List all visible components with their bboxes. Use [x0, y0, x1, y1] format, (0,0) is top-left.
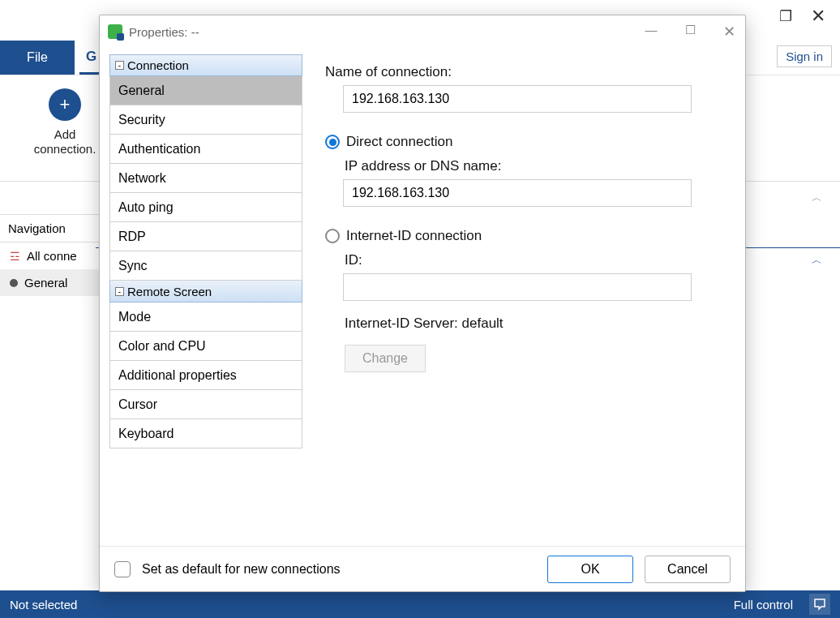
tree-item-cursor[interactable]: Cursor [109, 390, 302, 419]
app-icon [108, 24, 122, 39]
note-icon[interactable] [809, 594, 830, 615]
dialog-minimize-icon[interactable]: — [643, 23, 659, 41]
dialog-maximize-icon[interactable]: ☐ [682, 23, 698, 41]
dialog-titlebar[interactable]: Properties: -- — ☐ ✕ [100, 15, 745, 48]
main-restore-icon[interactable]: ❐ [774, 4, 798, 28]
tree-group-connection[interactable]: - Connection [109, 54, 302, 76]
main-close-icon[interactable]: ✕ [806, 4, 830, 28]
add-connection-label: Addconnection. [32, 127, 97, 157]
radio-on-icon [325, 135, 340, 149]
nav-item-label: All conne [27, 249, 77, 263]
file-menu-button[interactable]: File [0, 41, 75, 75]
status-selection: Not selected [10, 598, 77, 612]
radio-internetid[interactable]: Internet-ID connection [325, 228, 711, 244]
status-mode: Full control [734, 598, 793, 612]
tree-item-colorcpu[interactable]: Color and CPU [109, 332, 302, 361]
id-input[interactable] [343, 273, 692, 301]
tree-item-authentication[interactable]: Authentication [109, 135, 302, 164]
radio-direct[interactable]: Direct connection [325, 134, 711, 150]
server-label: Internet-ID Server: default [345, 315, 711, 332]
tree-group-remotescreen[interactable]: - Remote Screen [109, 281, 302, 303]
tree-item-network[interactable]: Network [109, 164, 302, 193]
expand-chevron-icon[interactable]: ︿ [812, 253, 822, 268]
change-button[interactable]: Change [345, 345, 426, 372]
tree-item-mode[interactable]: Mode [109, 303, 302, 332]
tree-item-rdp[interactable]: RDP [109, 222, 302, 251]
radio-label: Direct connection [346, 134, 452, 150]
cancel-button[interactable]: Cancel [645, 556, 731, 583]
tree-item-security[interactable]: Security [109, 105, 302, 135]
ok-button[interactable]: OK [547, 556, 633, 583]
list-icon: ☲ [10, 250, 20, 263]
id-label: ID: [345, 252, 711, 268]
add-connection-button[interactable]: + Addconnection. [32, 88, 97, 157]
connection-name-input[interactable] [343, 85, 692, 113]
collapse-chevron-icon[interactable]: ︿ [812, 191, 822, 205]
ip-input[interactable] [343, 179, 692, 207]
default-checkbox[interactable] [114, 561, 131, 577]
collapse-icon: - [115, 287, 124, 296]
nav-all-connections[interactable]: ☲ All conne [0, 242, 99, 269]
tree-item-sync[interactable]: Sync [109, 251, 302, 281]
navigation-header: Navigation [0, 215, 99, 242]
dot-icon [10, 279, 18, 287]
tree-item-general[interactable]: General [109, 76, 302, 105]
tree-group-label: Remote Screen [127, 285, 212, 298]
name-label: Name of connection: [325, 64, 711, 80]
sign-in-button[interactable]: Sign in [777, 45, 832, 67]
radio-off-icon [325, 229, 340, 243]
settings-tree: - Connection General Security Authentica… [109, 48, 302, 546]
ip-label: IP address or DNS name: [345, 158, 711, 174]
nav-item-label: General [24, 276, 67, 290]
dialog-title: Properties: -- [129, 25, 199, 39]
default-label: Set as default for new connections [142, 562, 341, 577]
dialog-close-icon[interactable]: ✕ [721, 23, 737, 41]
radio-label: Internet-ID connection [346, 228, 482, 244]
status-bar: Not selected Full control [0, 590, 840, 618]
tree-item-keyboard[interactable]: Keyboard [109, 419, 302, 448]
nav-general[interactable]: General [0, 269, 99, 296]
properties-dialog: Properties: -- — ☐ ✕ - Connection Genera… [99, 15, 746, 592]
collapse-icon: - [115, 61, 124, 70]
tree-group-label: Connection [127, 58, 189, 72]
tree-item-additional[interactable]: Additional properties [109, 361, 302, 390]
plus-icon: + [49, 88, 81, 121]
tree-item-autoping[interactable]: Auto ping [109, 193, 302, 222]
